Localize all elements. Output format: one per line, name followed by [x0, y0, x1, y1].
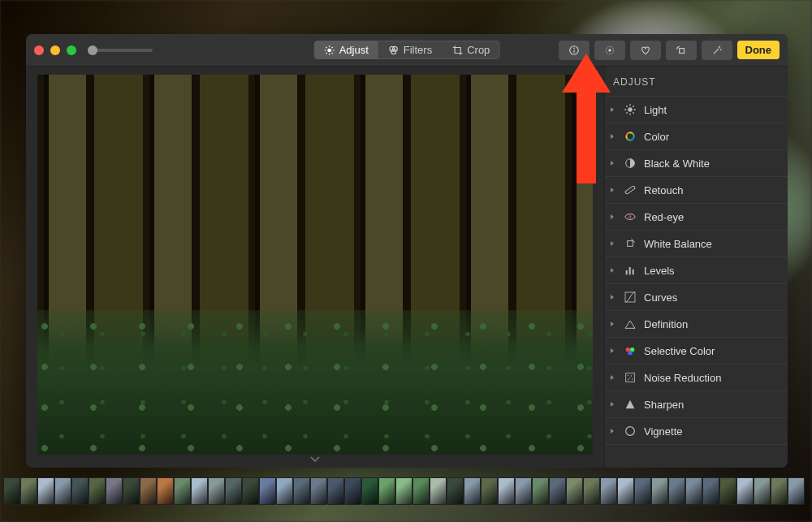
svg-line-27	[633, 106, 633, 106]
photo-foreground	[37, 310, 593, 455]
filmstrip-thumb[interactable]	[668, 477, 685, 505]
fullscreen-window-button[interactable]	[67, 45, 76, 55]
filmstrip-thumb[interactable]	[412, 477, 430, 505]
filmstrip-thumb[interactable]	[378, 477, 395, 505]
filmstrip-thumb[interactable]	[583, 477, 600, 505]
filmstrip-thumb[interactable]	[327, 477, 344, 505]
favorite-button[interactable]	[630, 41, 661, 60]
filmstrip-thumb[interactable]	[685, 477, 702, 505]
filmstrip-thumb[interactable]	[788, 477, 805, 505]
adjust-row-red-eye[interactable]: Red-eye	[605, 204, 788, 231]
filmstrip-thumb[interactable]	[430, 477, 447, 505]
filmstrip-thumb[interactable]	[617, 477, 634, 505]
disclosure-triangle-icon	[608, 214, 616, 220]
adjust-row-curves[interactable]: Curves	[605, 284, 788, 311]
adjust-row-color[interactable]: Color	[605, 123, 788, 150]
filters-icon	[388, 45, 400, 56]
tab-adjust[interactable]: Adjust	[314, 41, 378, 59]
filmstrip-thumb[interactable]	[54, 477, 71, 505]
info-button[interactable]	[559, 41, 590, 60]
adjust-row-sharpen[interactable]: Sharpen	[605, 391, 788, 418]
adjust-row-label: Red-eye	[644, 211, 684, 223]
filmstrip-thumb[interactable]	[344, 477, 361, 505]
live-photo-button[interactable]	[594, 41, 625, 60]
filmstrip-thumb[interactable]	[259, 477, 276, 505]
filmstrip-thumb[interactable]	[20, 477, 37, 505]
adjust-row-light[interactable]: Light	[605, 97, 788, 123]
rotate-button[interactable]	[666, 41, 697, 60]
filmstrip-thumb[interactable]	[191, 477, 208, 505]
filmstrip-thumb[interactable]	[771, 477, 788, 505]
photo-preview[interactable]	[37, 75, 593, 455]
filmstrip-thumb[interactable]	[276, 477, 293, 505]
filmstrip-thumb[interactable]	[754, 477, 771, 505]
canvas-area	[26, 67, 604, 468]
auto-enhance-button[interactable]	[702, 41, 732, 60]
filmstrip[interactable]	[0, 477, 812, 522]
filmstrip-thumb[interactable]	[532, 477, 549, 505]
filmstrip-thumb[interactable]	[157, 477, 174, 505]
scrubber-handle[interactable]	[37, 455, 593, 464]
adjust-row-retouch[interactable]: Retouch	[605, 177, 788, 204]
magic-wand-icon	[711, 45, 723, 56]
filmstrip-thumb[interactable]	[549, 477, 566, 505]
filmstrip-thumb[interactable]	[3, 477, 20, 505]
done-button[interactable]: Done	[737, 41, 780, 59]
filmstrip-thumb[interactable]	[89, 477, 106, 505]
adjust-row-black-white[interactable]: Black & White	[605, 150, 788, 177]
filmstrip-thumb[interactable]	[361, 477, 378, 505]
filmstrip-thumb[interactable]	[702, 477, 719, 505]
filmstrip-thumb[interactable]	[481, 477, 498, 505]
tab-filters[interactable]: Filters	[378, 41, 442, 59]
filmstrip-thumb[interactable]	[310, 477, 327, 505]
filmstrip-thumb[interactable]	[736, 477, 754, 505]
disclosure-triangle-icon	[608, 321, 616, 327]
filmstrip-thumb[interactable]	[208, 477, 225, 505]
adjust-row-selective-color[interactable]: Selective Color	[605, 338, 788, 365]
selective-color-icon	[623, 343, 637, 358]
adjust-row-vignette[interactable]: Vignette	[605, 418, 788, 445]
filmstrip-thumb[interactable]	[634, 477, 651, 505]
filmstrip-thumb[interactable]	[600, 477, 617, 505]
filmstrip-thumb[interactable]	[140, 477, 157, 505]
adjust-row-levels[interactable]: Levels	[605, 257, 788, 284]
disclosure-triangle-icon	[608, 187, 616, 193]
filmstrip-thumb[interactable]	[447, 477, 464, 505]
filmstrip-thumb[interactable]	[71, 477, 89, 505]
adjust-row-noise-reduction[interactable]: Noise Reduction	[605, 365, 788, 391]
filmstrip-thumb[interactable]	[293, 477, 310, 505]
adjust-row-definition[interactable]: Definition	[605, 311, 788, 338]
minimize-window-button[interactable]	[50, 45, 60, 55]
filmstrip-thumb[interactable]	[498, 477, 515, 505]
filmstrip-thumb[interactable]	[225, 477, 242, 505]
filmstrip-thumb[interactable]	[106, 477, 123, 505]
svg-rect-30	[624, 186, 635, 195]
filmstrip-thumb[interactable]	[123, 477, 140, 505]
filmstrip-thumb[interactable]	[651, 477, 668, 505]
filmstrip-thumb[interactable]	[464, 477, 481, 505]
disclosure-triangle-icon	[608, 160, 616, 166]
adjust-row-label: Light	[644, 104, 667, 116]
zoom-slider[interactable]	[88, 49, 153, 52]
filmstrip-thumb[interactable]	[515, 477, 532, 505]
tab-crop[interactable]: Crop	[442, 41, 499, 59]
toolbar-right: Done	[559, 41, 780, 60]
disclosure-triangle-icon	[608, 374, 616, 381]
photos-editor-window: Adjust Filters Crop	[26, 34, 788, 468]
filmstrip-thumb[interactable]	[395, 477, 412, 505]
vignette-icon	[623, 424, 637, 438]
svg-rect-35	[626, 270, 628, 274]
tab-crop-label: Crop	[467, 44, 490, 56]
svg-point-0	[327, 48, 331, 52]
chevron-down-icon	[310, 456, 320, 463]
filmstrip-thumb[interactable]	[174, 477, 191, 505]
filmstrip-thumb[interactable]	[719, 477, 736, 505]
svg-point-41	[628, 351, 632, 355]
filmstrip-thumb[interactable]	[37, 477, 54, 505]
adjust-row-white-balance[interactable]: White Balance	[605, 231, 788, 257]
close-window-button[interactable]	[34, 45, 44, 55]
toolbar: Adjust Filters Crop	[26, 34, 788, 67]
bandage-icon	[623, 183, 637, 197]
filmstrip-thumb[interactable]	[242, 477, 259, 505]
filmstrip-thumb[interactable]	[566, 477, 583, 505]
